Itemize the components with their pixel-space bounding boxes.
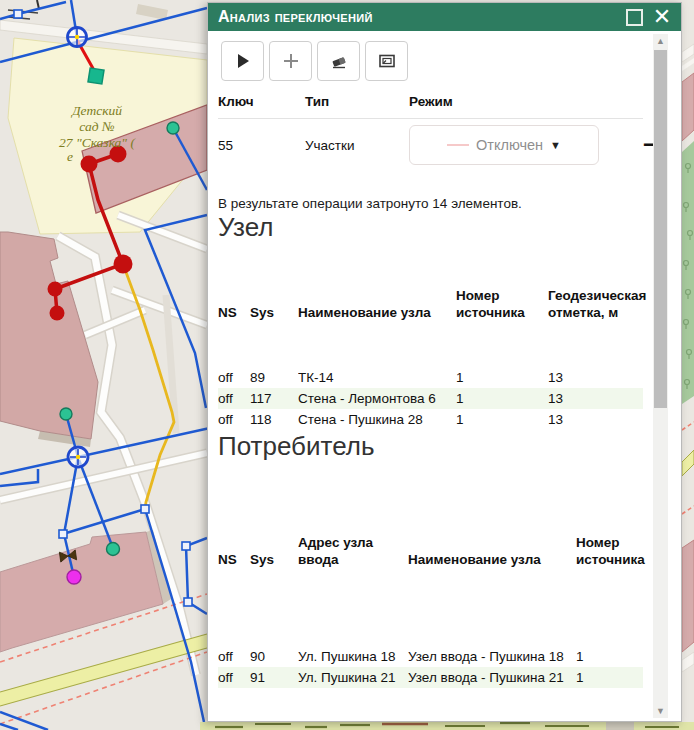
maximize-icon bbox=[626, 9, 643, 26]
switching-analysis-dialog: Анализ переключений ✕ bbox=[207, 2, 682, 722]
section-title-consumer: Потребитель bbox=[218, 430, 643, 462]
svg-text:Детский: Детский bbox=[70, 103, 122, 118]
scroll-up-icon[interactable]: ▲ bbox=[653, 34, 668, 48]
section-title-node: Узел bbox=[218, 211, 643, 243]
mode-dropdown[interactable]: Отключен ▼ bbox=[409, 125, 599, 165]
table-row[interactable]: off118 Стена - Пушкина 281 13 bbox=[218, 409, 643, 430]
scroll-down-icon[interactable]: ▼ bbox=[653, 704, 668, 718]
close-icon: ✕ bbox=[653, 6, 671, 28]
scrollbar-thumb[interactable] bbox=[654, 50, 667, 408]
map-right-strip bbox=[682, 0, 694, 730]
play-icon bbox=[235, 53, 251, 69]
clear-button[interactable] bbox=[317, 41, 360, 81]
node-table-header: NS Sys Наименование узла Номер источника… bbox=[218, 285, 643, 321]
dialog-title: Анализ переключений bbox=[218, 8, 617, 26]
svg-text:27 "Сказка" (: 27 "Сказка" ( bbox=[59, 135, 136, 150]
map-bottom-strip bbox=[200, 722, 694, 730]
valve-icon bbox=[68, 447, 88, 467]
svg-text:сад №: сад № bbox=[79, 119, 115, 134]
dialog-content: Ключ Тип Режим 55 Участки Отключен ▼ − В… bbox=[208, 31, 681, 721]
disabled-line-swatch-icon bbox=[447, 144, 469, 146]
col-mode: Режим bbox=[409, 94, 627, 109]
toolbar bbox=[221, 41, 643, 81]
run-analysis-button[interactable] bbox=[221, 41, 264, 81]
table-row[interactable]: off117 Стена - Лермонтова 61 13 bbox=[218, 388, 643, 409]
svg-text:е: е bbox=[67, 149, 73, 164]
close-button[interactable]: ✕ bbox=[651, 6, 673, 28]
node-table-body: off89 ТК-141 13 off117 Стена - Лермонтов… bbox=[218, 367, 643, 430]
col-type: Тип bbox=[305, 94, 409, 109]
table-row[interactable]: off91 Ул. Пушкина 21Узел ввода - Пушкина… bbox=[218, 667, 643, 688]
consumer-table-header: NS Sys Адрес узла ввода Наименование узл… bbox=[218, 532, 643, 568]
result-message: В результате операции затронуто 14 элеме… bbox=[218, 196, 643, 211]
mode-label: Отключен bbox=[476, 137, 543, 153]
key-table-row: 55 Участки Отключен ▼ − bbox=[218, 122, 643, 168]
vertical-scrollbar[interactable]: ▲ ▼ bbox=[653, 34, 668, 718]
key-table-header: Ключ Тип Режим bbox=[218, 90, 643, 119]
type-value: Участки bbox=[305, 138, 409, 153]
select-by-frame-button[interactable] bbox=[365, 41, 408, 81]
key-value: 55 bbox=[218, 138, 305, 153]
valve-icon bbox=[68, 28, 87, 47]
table-row[interactable]: off89 ТК-141 13 bbox=[218, 367, 643, 388]
add-key-button[interactable] bbox=[269, 41, 312, 81]
dialog-titlebar[interactable]: Анализ переключений ✕ bbox=[208, 3, 681, 31]
table-row[interactable]: off90 Ул. Пушкина 18Узел ввода - Пушкина… bbox=[218, 646, 643, 667]
maximize-button[interactable] bbox=[623, 6, 645, 28]
eraser-icon bbox=[330, 53, 348, 69]
frame-icon bbox=[378, 53, 396, 69]
consumer-table-body: off90 Ул. Пушкина 18Узел ввода - Пушкина… bbox=[218, 646, 643, 688]
col-key: Ключ bbox=[218, 94, 305, 109]
caret-down-icon: ▼ bbox=[550, 139, 561, 151]
plus-icon bbox=[283, 53, 299, 69]
